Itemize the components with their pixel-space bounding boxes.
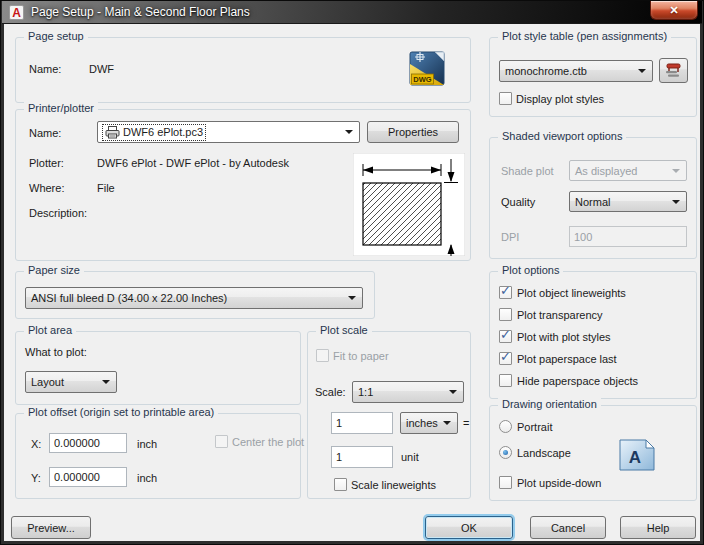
plot-paperspace-last-label: Plot paperspace last — [517, 353, 617, 365]
fit-to-paper-label: Fit to paper — [333, 350, 389, 362]
page-setup-dialog: A Page Setup - Main & Second Floor Plans… — [0, 0, 704, 545]
offset-y-unit: inch — [137, 472, 157, 484]
plot-paperspace-last-checkbox[interactable] — [499, 352, 512, 365]
window-title: Page Setup - Main & Second Floor Plans — [31, 5, 250, 19]
portrait-radio[interactable] — [499, 420, 512, 433]
scale-label: Scale: — [315, 386, 346, 398]
group-page-setup-label: Page setup — [24, 30, 88, 42]
shade-plot-value: As displayed — [575, 165, 637, 177]
plot-object-lineweights-label: Plot object lineweights — [517, 287, 626, 299]
plotter-value: DWF6 ePlot - DWF ePlot - by Autodesk — [97, 157, 289, 169]
drawing-units-label: unit — [401, 451, 419, 463]
paper-units-combobox[interactable]: inches — [400, 412, 458, 434]
display-plot-styles-label: Display plot styles — [516, 93, 604, 105]
paper-units-input[interactable] — [331, 412, 393, 434]
printer-name-label: Name: — [29, 127, 61, 139]
shade-plot-combobox: As displayed — [569, 160, 687, 181]
landscape-label: Landscape — [517, 447, 571, 459]
dwg-icon-text: DWG — [413, 75, 431, 84]
group-plot-style-table-label: Plot style table (pen assignments) — [498, 30, 671, 42]
page-setup-name-label: Name: — [29, 63, 61, 75]
orientation-icon-letter: A — [629, 448, 641, 467]
group-page-setup: Page setup — [15, 37, 471, 103]
plot-with-plot-styles-label: Plot with plot styles — [517, 331, 611, 343]
group-printer-plotter-label: Printer/plotter — [24, 102, 98, 114]
dpi-label: DPI — [501, 231, 519, 243]
autocad-app-icon: A — [9, 5, 24, 20]
quality-value: Normal — [575, 196, 610, 208]
edit-plot-style-button[interactable] — [659, 58, 688, 83]
plot-style-table-combobox[interactable]: monochrome.ctb — [499, 60, 653, 82]
quality-label: Quality — [501, 196, 535, 208]
paper-units-value: inches — [406, 417, 438, 429]
equals-sign: = — [463, 417, 469, 429]
landscape-radio[interactable] — [499, 446, 512, 459]
shade-plot-label: Shade plot — [501, 165, 554, 177]
paper-size-value: ANSI full bleed D (34.00 x 22.00 Inches) — [31, 292, 227, 304]
preview-button[interactable]: Preview... — [11, 516, 91, 539]
plot-upside-down-label: Plot upside-down — [517, 477, 601, 489]
hide-paperspace-objects-checkbox[interactable] — [499, 374, 512, 387]
scale-combobox[interactable]: 1:1 — [352, 381, 464, 403]
plot-transparency-checkbox[interactable] — [499, 308, 512, 321]
plot-with-plot-styles-checkbox[interactable] — [499, 330, 512, 343]
what-to-plot-value: Layout — [31, 376, 64, 388]
center-the-plot-checkbox[interactable] — [215, 435, 228, 448]
fit-to-paper-checkbox[interactable] — [316, 349, 329, 362]
drawing-units-input[interactable] — [331, 446, 393, 468]
plot-transparency-label: Plot transparency — [517, 309, 603, 321]
scale-value: 1:1 — [358, 386, 373, 398]
group-plot-area: Plot area — [15, 331, 301, 405]
scale-lineweights-checkbox[interactable] — [334, 478, 347, 491]
offset-y-label: Y: — [31, 472, 41, 484]
display-plot-styles-checkbox[interactable] — [499, 92, 512, 105]
group-plot-scale-label: Plot scale — [316, 324, 372, 336]
plotter-label: Plotter: — [29, 157, 64, 169]
quality-combobox[interactable]: Normal — [569, 191, 687, 212]
description-label: Description: — [29, 207, 87, 219]
plot-object-lineweights-checkbox[interactable] — [499, 286, 512, 299]
page-setup-name-value: DWF — [89, 63, 114, 75]
where-label: Where: — [29, 182, 64, 194]
plot-upside-down-checkbox[interactable] — [499, 476, 512, 489]
group-plot-offset-label: Plot offset (origin set to printable are… — [24, 406, 218, 418]
plot-style-table-value: monochrome.ctb — [505, 65, 587, 77]
offset-x-label: X: — [31, 438, 41, 450]
scale-lineweights-label: Scale lineweights — [351, 479, 436, 491]
offset-x-input[interactable] — [49, 433, 127, 453]
group-shaded-viewport-label: Shaded viewport options — [498, 130, 626, 142]
cancel-button[interactable]: Cancel — [530, 516, 606, 539]
title-bar[interactable]: A Page Setup - Main & Second Floor Plans… — [2, 1, 702, 24]
printer-name-value: DWF6 ePlot.pc3 — [123, 126, 203, 138]
plotter-device-icon — [105, 126, 120, 139]
portrait-label: Portrait — [517, 421, 552, 433]
help-button[interactable]: Help — [620, 516, 696, 539]
printer-combo-focus: DWF6 ePlot.pc3 — [103, 125, 205, 140]
what-to-plot-combobox[interactable]: Layout — [25, 371, 117, 393]
what-to-plot-label: What to plot: — [25, 346, 87, 358]
orientation-paper-icon: A — [617, 435, 657, 475]
group-plot-options-label: Plot options — [498, 264, 563, 276]
group-drawing-orientation-label: Drawing orientation — [498, 398, 601, 410]
printer-name-combobox[interactable]: DWF6 ePlot.pc3 — [97, 121, 360, 143]
offset-y-input[interactable] — [49, 467, 127, 487]
ok-button[interactable]: OK — [425, 516, 513, 539]
paper-size-preview — [353, 153, 465, 256]
group-paper-size-label: Paper size — [24, 264, 84, 276]
offset-x-unit: inch — [137, 438, 157, 450]
center-the-plot-label: Center the plot — [232, 436, 304, 448]
dpi-input — [569, 226, 687, 247]
dwg-file-icon: DWG — [407, 48, 447, 88]
where-value: File — [97, 182, 115, 194]
close-button[interactable]: ✕ — [650, 1, 698, 20]
paper-size-combobox[interactable]: ANSI full bleed D (34.00 x 22.00 Inches) — [25, 287, 363, 309]
group-plot-area-label: Plot area — [24, 324, 76, 336]
properties-button[interactable]: Properties — [367, 121, 459, 143]
edit-plot-style-icon — [665, 63, 682, 78]
hide-paperspace-objects-label: Hide paperspace objects — [517, 375, 638, 387]
